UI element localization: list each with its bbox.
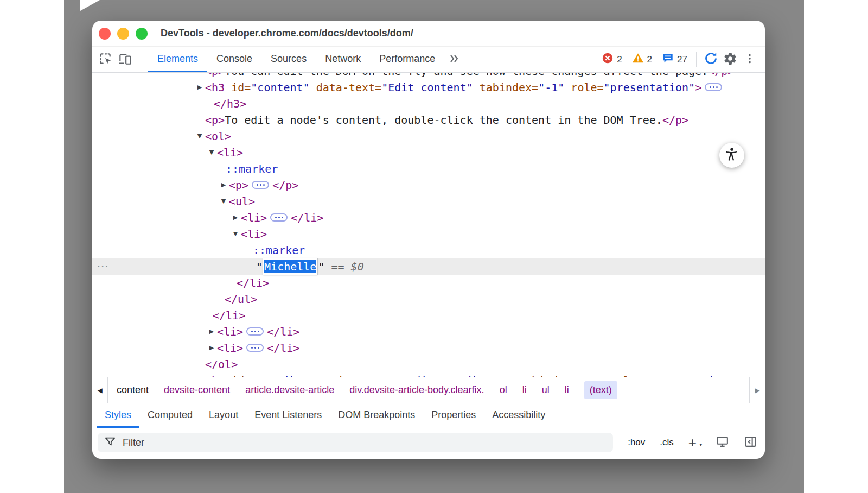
tag-token: <li> xyxy=(217,146,243,159)
dom-tree-line[interactable]: <p>To edit a node's content, double-clic… xyxy=(92,112,765,128)
tag-token: <ul> xyxy=(229,195,255,208)
breadcrumb-item[interactable]: ol xyxy=(500,384,507,396)
ellipsis-dot xyxy=(282,217,283,218)
tag-token: <li> xyxy=(217,342,243,355)
dom-tree-line[interactable]: ▶<h3 id="content" data-text="Edit conten… xyxy=(92,79,765,96)
breadcrumb-item[interactable]: content xyxy=(117,384,149,396)
breadcrumb-scroll-right-button[interactable]: ▶ xyxy=(749,377,765,403)
dom-tree-line[interactable]: </ul> xyxy=(92,291,765,307)
inline-text-editor[interactable]: Michelle xyxy=(263,258,317,275)
expand-arrow-icon[interactable]: ▶ xyxy=(195,79,204,96)
dom-tree-line[interactable]: <p>You can edit the DOM on the fly and s… xyxy=(92,73,765,79)
tab-event-listeners[interactable]: Event Listeners xyxy=(246,403,330,428)
breadcrumb-item[interactable]: article.devsite-article xyxy=(245,384,334,396)
tab-layout[interactable]: Layout xyxy=(201,403,246,428)
expand-ellipsis-button[interactable] xyxy=(270,213,288,222)
expand-arrow-icon[interactable]: ▶ xyxy=(195,372,204,377)
expand-ellipsis-button[interactable] xyxy=(246,344,264,352)
dom-tree-line[interactable]: </li> xyxy=(92,307,765,324)
collapse-arrow-icon[interactable]: ▼ xyxy=(231,226,240,242)
zoom-button[interactable] xyxy=(136,28,148,40)
dom-tree-line[interactable]: </ol> xyxy=(92,356,765,372)
expand-ellipsis-button[interactable] xyxy=(252,181,269,189)
breadcrumb-item[interactable]: li xyxy=(522,384,527,396)
toggle-rendering-emulation-button[interactable] xyxy=(716,435,729,451)
row-actions-icon[interactable]: ⋯ xyxy=(97,258,109,274)
dom-tree-line[interactable]: ▼<li> xyxy=(92,226,765,242)
tag-token: <p> xyxy=(229,179,248,192)
tab-console[interactable]: Console xyxy=(207,47,261,72)
dom-tree-line[interactable]: </h3> xyxy=(92,96,765,112)
breadcrumb-item[interactable]: devsite-content xyxy=(164,384,230,396)
expand-arrow-icon[interactable]: ▶ xyxy=(207,340,216,356)
toggle-element-classes-button[interactable]: .cls xyxy=(660,437,674,448)
text-token xyxy=(564,81,571,94)
dom-tree-line[interactable]: ▼<ul> xyxy=(92,193,765,210)
expand-ellipsis-button[interactable] xyxy=(705,83,722,91)
minimize-button[interactable] xyxy=(117,28,129,40)
dom-tree-line[interactable]: ▶<h3 id="attributes" data-text="Edit att… xyxy=(92,372,765,377)
expand-arrow-icon[interactable]: ▶ xyxy=(231,210,240,226)
styles-filter-input[interactable] xyxy=(122,437,607,449)
issues-badge[interactable]: 27 xyxy=(662,52,687,67)
ellipsis-dot xyxy=(263,184,265,186)
settings-button[interactable] xyxy=(720,50,740,69)
tag-token: <p> xyxy=(205,73,225,78)
issues-icon xyxy=(662,52,674,67)
traffic-lights xyxy=(99,28,148,40)
tab-computed[interactable]: Computed xyxy=(139,403,201,428)
dom-tree-line[interactable]: ::marker xyxy=(92,161,765,177)
dom-tree-line[interactable]: ▶<li></li> xyxy=(92,324,765,340)
dom-tree-line[interactable]: ::marker xyxy=(92,242,765,258)
tab-sources[interactable]: Sources xyxy=(261,47,316,72)
collapse-arrow-icon[interactable]: ▼ xyxy=(207,144,216,161)
new-style-rule-button[interactable]: +▾ xyxy=(688,437,701,448)
attribute-value-token: "Edit content" xyxy=(381,81,473,94)
breadcrumb-item[interactable]: div.devsite-article-body.clearfix. xyxy=(349,384,484,396)
tag-token: <ol> xyxy=(205,130,231,143)
inspect-element-button[interactable] xyxy=(95,50,115,69)
errors-badge[interactable]: 2 xyxy=(602,52,622,67)
attribute-value-token: "-1" xyxy=(577,374,603,377)
toggle-sidebar-button[interactable] xyxy=(744,435,757,451)
breadcrumb-item[interactable]: (text) xyxy=(584,381,617,399)
tab-properties[interactable]: Properties xyxy=(423,403,484,428)
inspect-icon xyxy=(98,52,112,68)
dom-tree-line[interactable]: ▼<li> xyxy=(92,144,765,161)
breadcrumb-scroll-left-button[interactable]: ◀ xyxy=(92,377,108,403)
sync-status-button[interactable] xyxy=(701,50,720,69)
breadcrumb-item[interactable]: li xyxy=(565,384,569,396)
text-token xyxy=(310,81,316,94)
tab-dom-breakpoints[interactable]: DOM Breakpoints xyxy=(330,403,423,428)
attribute-name-token: role= xyxy=(610,374,643,377)
expand-arrow-icon[interactable]: ▶ xyxy=(219,177,228,193)
more-tabs-button[interactable] xyxy=(444,50,464,69)
dom-tree-line[interactable]: ▶<li></li> xyxy=(92,210,765,226)
breadcrumb-item[interactable]: ul xyxy=(542,384,550,396)
dom-tree-line[interactable]: ▼<ol> xyxy=(92,128,765,144)
warnings-badge[interactable]: 2 xyxy=(632,52,652,67)
tag-token: </li> xyxy=(267,325,299,338)
toggle-hover-state-button[interactable]: :hov xyxy=(628,437,645,448)
tab-network[interactable]: Network xyxy=(316,47,370,72)
close-button[interactable] xyxy=(99,28,111,40)
dom-tree-line[interactable]: ▶<p></p> xyxy=(92,177,765,193)
ellipsis-dot xyxy=(258,331,259,332)
main-menu-button[interactable] xyxy=(740,50,760,69)
device-toolbar-button[interactable] xyxy=(115,50,135,69)
expand-arrow-icon[interactable]: ▶ xyxy=(207,324,216,340)
dom-tree-line[interactable]: </li> xyxy=(92,275,765,291)
dom-tree-line[interactable]: ▶<li></li> xyxy=(92,340,765,356)
tab-performance[interactable]: Performance xyxy=(370,47,444,72)
expand-ellipsis-button[interactable] xyxy=(246,327,264,336)
panel-toggle-icon xyxy=(744,441,757,450)
collapse-arrow-icon[interactable]: ▼ xyxy=(219,193,228,210)
styles-filter-box[interactable] xyxy=(98,433,613,452)
dom-tree-line[interactable]: ⋯"Michelle" == $0 xyxy=(92,258,765,275)
accessibility-overlay-button[interactable] xyxy=(719,143,744,168)
tab-styles[interactable]: Styles xyxy=(97,403,139,428)
collapse-arrow-icon[interactable]: ▼ xyxy=(195,128,204,144)
tab-accessibility[interactable]: Accessibility xyxy=(484,403,553,428)
tab-elements[interactable]: Elements xyxy=(148,47,207,72)
text-token: " xyxy=(256,260,263,273)
